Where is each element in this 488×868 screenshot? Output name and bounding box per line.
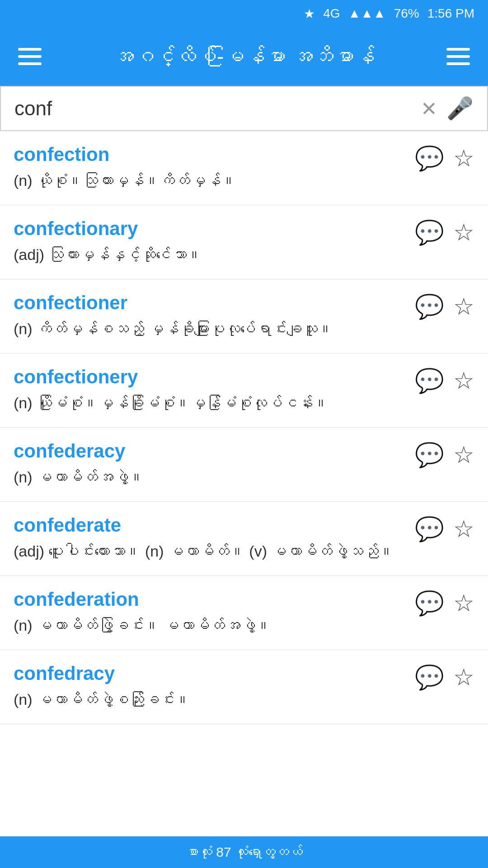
entry-actions: 💬 ☆: [415, 589, 474, 615]
app-header: အင်္ဂလိပ်-မြန်မာ အဘိဓာန်: [0, 27, 488, 86]
hamburger-line: [446, 55, 470, 58]
entry-definition: (adj) ပူးပေါင်းထားသော။ (n) မဟာမိတ်။ (v) …: [14, 540, 415, 563]
hamburger-line: [18, 55, 42, 58]
comment-icon[interactable]: 💬: [415, 369, 444, 392]
list-item[interactable]: confederate (adj) ပူးပေါင်းထားသော။ (n) မ…: [0, 502, 488, 576]
list-item[interactable]: confederacy (n) မဟာမိတ်အဖွဲ့။ 💬 ☆: [0, 428, 488, 502]
entry-actions: 💬 ☆: [415, 292, 474, 318]
comment-icon[interactable]: 💬: [415, 443, 444, 467]
entry-actions: 💬 ☆: [415, 440, 474, 467]
entry-word: confederation: [14, 589, 415, 610]
entry-actions: 💬 ☆: [415, 144, 474, 170]
star-icon[interactable]: ☆: [453, 146, 474, 170]
comment-icon[interactable]: 💬: [415, 591, 444, 615]
list-item[interactable]: confedracy (n) မဟာမိတ်ဖွဲ့စည်းခြင်း။ 💬 ☆: [0, 650, 488, 724]
time-display: 1:56 PM: [427, 6, 474, 21]
entry-definition: (n) မဟာမိတ်အဖွဲ့။: [14, 466, 415, 489]
entry-actions: 💬 ☆: [415, 514, 474, 541]
battery-indicator: 76%: [394, 6, 419, 21]
entry-definition: (n) ယိုစုံ။သကြားမှန်။ကိတ်မှန်။: [14, 169, 415, 192]
left-menu-button[interactable]: [18, 48, 42, 65]
search-input[interactable]: [14, 97, 412, 120]
entry-definition: (n) ယိုမြံစုံ။မှန်ခိုမြံစုံ။မှန်မြံစုံလု…: [14, 392, 415, 415]
entry-content: confectionary (adj) သကြားမှန်နှင့်ဆိုင်သ…: [14, 218, 415, 266]
list-item[interactable]: confectionary (adj) သကြားမှန်နှင့်ဆိုင်သ…: [0, 205, 488, 279]
entry-actions: 💬 ☆: [415, 663, 474, 689]
entry-content: confederation (n) မဟာမိတ်ဖွဲ့ခြင်း။ မဟာမ…: [14, 589, 415, 637]
entry-definition: (adj) သကြားမှန်နှင့်ဆိုင်သော။: [14, 243, 415, 266]
comment-icon[interactable]: 💬: [415, 517, 444, 541]
entry-word: confection: [14, 144, 415, 165]
entry-content: confedracy (n) မဟာမိတ်ဖွဲ့စည်းခြင်း။: [14, 663, 415, 711]
entry-content: confectionery (n) ယိုမြံစုံ။မှန်ခိုမြံစု…: [14, 366, 415, 415]
entry-content: confectioner (n) ကိတ်မှန်စသည့် မှန်ခိုမျ…: [14, 292, 415, 340]
network-indicator: 4G: [323, 6, 340, 21]
hamburger-line: [446, 62, 470, 65]
entry-content: confection (n) ယိုစုံ။သကြားမှန်။ကိတ်မှန်…: [14, 144, 415, 192]
entry-definition: (n) ကိတ်မှန်စသည့် မှန်ခိုများပြုလုပ်ရောင…: [14, 317, 415, 340]
bluetooth-icon: ★: [304, 6, 315, 21]
star-icon[interactable]: ☆: [453, 443, 474, 467]
entry-word: confedracy: [14, 663, 415, 684]
star-icon[interactable]: ☆: [453, 517, 474, 541]
entry-word: confederacy: [14, 440, 415, 462]
entries-list: confection (n) ယိုစုံ။သကြားမှန်။ကိတ်မှန်…: [0, 131, 488, 836]
list-item[interactable]: confederation (n) မဟာမိတ်ဖွဲ့ခြင်း။ မဟာမ…: [0, 576, 488, 650]
entry-content: confederate (adj) ပူးပေါင်းထားသော။ (n) မ…: [14, 514, 415, 563]
bottom-bar: စာလုံး 87 လုံးရှာတွေ့တယ်: [0, 836, 488, 868]
star-icon[interactable]: ☆: [453, 295, 474, 318]
comment-icon[interactable]: 💬: [415, 665, 444, 689]
list-item[interactable]: confectioner (n) ကိတ်မှန်စသည့် မှန်ခိုမျ…: [0, 279, 488, 354]
comment-icon[interactable]: 💬: [415, 146, 444, 170]
entry-definition: (n) မဟာမိတ်ဖွဲ့စည်းခြင်း။: [14, 688, 415, 711]
star-icon[interactable]: ☆: [453, 369, 474, 392]
star-icon[interactable]: ☆: [453, 591, 474, 615]
microphone-icon[interactable]: 🎤: [446, 96, 474, 121]
entry-content: confederacy (n) မဟာမိတ်အဖွဲ့။: [14, 440, 415, 489]
hamburger-line: [446, 48, 470, 51]
right-menu-button[interactable]: [446, 48, 470, 65]
entry-definition: (n) မဟာမိတ်ဖွဲ့ခြင်း။ မဟာမိတ်အဖွဲ့။: [14, 614, 415, 637]
star-icon[interactable]: ☆: [453, 665, 474, 689]
result-count-text: စာလုံး 87 လုံးရှာတွေ့တယ်: [185, 844, 303, 860]
entry-word: confederate: [14, 514, 415, 536]
entry-actions: 💬 ☆: [415, 218, 474, 244]
entry-word: confectioner: [14, 292, 415, 314]
star-icon[interactable]: ☆: [453, 221, 474, 244]
clear-icon[interactable]: ✕: [421, 97, 437, 120]
entry-actions: 💬 ☆: [415, 366, 474, 392]
hamburger-line: [18, 48, 42, 51]
entry-word: confectionary: [14, 218, 415, 240]
hamburger-line: [18, 62, 42, 65]
comment-icon[interactable]: 💬: [415, 295, 444, 318]
comment-icon[interactable]: 💬: [415, 221, 444, 244]
entry-word: confectionery: [14, 366, 415, 388]
search-bar: ✕ 🎤: [0, 86, 488, 131]
list-item[interactable]: confectionery (n) ယိုမြံစုံ။မှန်ခိုမြံစု…: [0, 354, 488, 428]
app-title: အင်္ဂလိပ်-မြန်မာ အဘိဓာန်: [42, 44, 446, 69]
status-bar: ★ 4G ▲▲▲ 76% 1:56 PM: [0, 0, 488, 27]
list-item[interactable]: confection (n) ယိုစုံ။သကြားမှန်။ကိတ်မှန်…: [0, 131, 488, 205]
signal-icon: ▲▲▲: [348, 6, 386, 21]
